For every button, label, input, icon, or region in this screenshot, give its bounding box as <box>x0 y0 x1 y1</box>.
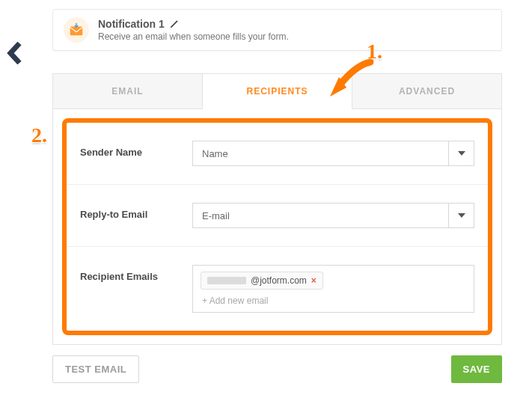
tabs: EMAIL RECIPIENTS ADVANCED <box>52 73 502 109</box>
field-recipient-emails: Recipient Emails @jotform.com × + Add ne… <box>67 247 488 331</box>
reply-to-value: E-mail <box>193 210 448 221</box>
sender-name-value: Name <box>193 148 448 159</box>
remove-chip-button[interactable]: × <box>311 275 317 286</box>
footer: TEST EMAIL SAVE <box>52 355 502 383</box>
notification-header: Notification 1 Receive an email when som… <box>52 9 502 51</box>
sender-name-select[interactable]: Name <box>192 141 474 166</box>
field-reply-to: Reply-to Email E-mail <box>67 185 488 247</box>
tab-panel: Sender Name Name Reply-to Email E-mail <box>52 109 502 345</box>
envelope-icon <box>64 17 89 43</box>
highlight-annotation-box: Sender Name Name Reply-to Email E-mail <box>62 118 492 335</box>
redacted-text <box>207 277 246 284</box>
notification-title: Notification 1 <box>98 18 165 30</box>
notification-subtitle: Receive an email when someone fills your… <box>98 31 289 42</box>
field-sender-name: Sender Name Name <box>67 123 488 185</box>
add-email-button[interactable]: + Add new email <box>201 290 466 309</box>
recipient-emails-input[interactable]: @jotform.com × + Add new email <box>192 265 474 313</box>
email-chip: @jotform.com × <box>201 272 323 290</box>
chevron-down-icon <box>448 203 474 228</box>
email-chip-domain: @jotform.com <box>251 275 307 286</box>
edit-title-button[interactable] <box>169 19 180 29</box>
pencil-icon <box>169 19 180 29</box>
recipient-emails-label: Recipient Emails <box>80 265 192 282</box>
reply-to-label: Reply-to Email <box>80 203 192 220</box>
tab-email[interactable]: EMAIL <box>53 74 202 109</box>
test-email-button[interactable]: TEST EMAIL <box>52 355 139 383</box>
arrow-icon <box>325 56 378 101</box>
sender-name-label: Sender Name <box>80 141 192 158</box>
annotation-step-2: 2. <box>31 123 47 147</box>
save-button[interactable]: SAVE <box>451 355 502 383</box>
reply-to-select[interactable]: E-mail <box>192 203 474 228</box>
chevron-down-icon <box>448 141 474 166</box>
